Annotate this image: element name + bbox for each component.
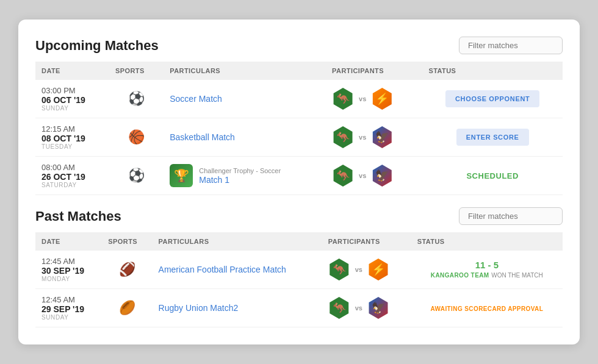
winner-label: KANGAROO TEAM WON THE MATCH bbox=[417, 270, 557, 279]
participants-col: 🦘 vs 🦅 bbox=[326, 157, 422, 195]
sport-cell: ⚽ bbox=[109, 157, 164, 195]
match-time: 12:45 AM bbox=[41, 295, 96, 304]
participants-cell: 🦘 vs ⚡ bbox=[332, 88, 416, 110]
col-participants-past: PARTICIPANTS bbox=[322, 232, 411, 251]
match-date: 29 SEP '19 bbox=[41, 304, 96, 314]
status-cell: SCHEDULED bbox=[422, 157, 563, 195]
participants-col: 🦘 vs ⚡ bbox=[322, 251, 411, 289]
table-row: 12:45 AM 30 SEP '19 MONDAY 🏈 American Fo… bbox=[35, 251, 563, 289]
particular-cell: Soccer Match bbox=[164, 80, 326, 118]
col-particulars-upcoming: PARTICULARS bbox=[164, 62, 326, 80]
match-day: SATURDAY bbox=[41, 182, 103, 188]
particular-cell: 🏆 Challenger Trophy - Soccer Match 1 bbox=[164, 157, 326, 195]
date-cell: 12:15 AM 08 OCT '19 TUESDAY bbox=[35, 118, 109, 157]
particular-sub: Challenger Trophy - Soccer bbox=[199, 167, 281, 174]
match-time: 08:00 AM bbox=[41, 163, 103, 172]
table-row: 12:15 AM 08 OCT '19 TUESDAY 🏀 Basketball… bbox=[35, 118, 563, 157]
team1-hex: 🦘 bbox=[328, 297, 350, 319]
match-day: SUNDAY bbox=[41, 314, 96, 321]
col-date-past: DATE bbox=[35, 232, 102, 251]
match-day: SUNDAY bbox=[41, 105, 103, 112]
team1-hex: 🦘 bbox=[332, 165, 354, 187]
participants-cell: 🦘 vs ⚡ bbox=[328, 259, 405, 280]
vs-text: vs bbox=[355, 266, 362, 273]
date-cell: 03:00 PM 06 OCT '19 SUNDAY bbox=[35, 80, 109, 118]
participants-cell: 🦘 vs 🦅 bbox=[332, 126, 416, 148]
match-date: 26 OCT '19 bbox=[41, 172, 103, 182]
sport-cell: 🏉 bbox=[102, 289, 152, 327]
match-day: MONDAY bbox=[41, 276, 96, 282]
sport-icon-basketball: 🏀 bbox=[115, 129, 157, 145]
col-participants-upcoming: PARTICIPANTS bbox=[326, 62, 422, 80]
sport-icon-rugby: 🏉 bbox=[108, 300, 146, 316]
status-cell: 11 - 5 KANGAROO TEAM WON THE MATCH bbox=[411, 251, 563, 289]
sport-cell: 🏀 bbox=[109, 118, 164, 157]
participants-col: 🦘 vs 🦅 bbox=[326, 118, 422, 157]
past-section-header: Past Matches bbox=[35, 207, 563, 225]
col-status-upcoming: STATUS bbox=[422, 62, 563, 80]
particular-link[interactable]: Soccer Match bbox=[170, 94, 222, 104]
col-status-past: STATUS bbox=[411, 232, 563, 251]
match-day: TUESDAY bbox=[41, 143, 103, 150]
team2-hex: 🦅 bbox=[371, 126, 393, 148]
particular-info: Challenger Trophy - Soccer Match 1 bbox=[199, 167, 281, 185]
past-header-row: DATE SPORTS PARTICULARS PARTICIPANTS STA… bbox=[35, 232, 563, 251]
particular-cell: Basketball Match bbox=[164, 118, 326, 157]
col-sports-upcoming: SPORTS bbox=[109, 62, 164, 80]
status-cell: ENTER SCORE bbox=[422, 118, 563, 157]
col-particulars-past: PARTICULARS bbox=[153, 232, 322, 251]
vs-text: vs bbox=[359, 172, 366, 179]
table-row: 12:45 AM 29 SEP '19 SUNDAY 🏉 Rugby Union… bbox=[35, 289, 563, 327]
team2-hex: ⚡ bbox=[371, 88, 393, 110]
col-date-upcoming: DATE bbox=[35, 62, 109, 80]
score-value: 11 - 5 bbox=[417, 260, 557, 270]
match-date: 06 OCT '19 bbox=[41, 95, 103, 105]
col-sports-past: SPORTS bbox=[102, 232, 152, 251]
match-time: 12:45 AM bbox=[41, 257, 96, 266]
date-cell: 12:45 AM 29 SEP '19 SUNDAY bbox=[35, 289, 102, 327]
upcoming-header-row: DATE SPORTS PARTICULARS PARTICIPANTS STA… bbox=[35, 62, 563, 80]
table-row: 08:00 AM 26 OCT '19 SATURDAY ⚽ 🏆 Challen… bbox=[35, 157, 563, 195]
participants-col: 🦘 vs ⚡ bbox=[326, 80, 422, 118]
particular-with-badge: 🏆 Challenger Trophy - Soccer Match 1 bbox=[170, 164, 320, 187]
upcoming-filter-input[interactable] bbox=[459, 37, 563, 54]
vs-text: vs bbox=[359, 134, 366, 141]
status-cell: AWAITING SCORECARD APPROVAL bbox=[411, 289, 563, 327]
enter-score-button[interactable]: ENTER SCORE bbox=[456, 129, 529, 146]
particular-cell: American Football Practice Match bbox=[153, 251, 322, 289]
match-time: 03:00 PM bbox=[41, 86, 103, 95]
choose-opponent-button[interactable]: CHOOSE OPPONENT bbox=[445, 90, 539, 107]
match-date: 08 OCT '19 bbox=[41, 134, 103, 143]
past-filter-input[interactable] bbox=[459, 207, 563, 225]
team1-hex: 🦘 bbox=[332, 88, 354, 110]
particular-link[interactable]: Rugby Union Match2 bbox=[159, 303, 239, 313]
participants-col: 🦘 vs 🦅 bbox=[322, 289, 411, 327]
upcoming-section-header: Upcoming Matches bbox=[35, 37, 563, 54]
main-card: Upcoming Matches DATE SPORTS PARTICULARS… bbox=[18, 20, 580, 344]
participants-cell: 🦘 vs 🦅 bbox=[328, 297, 405, 319]
awaiting-status: AWAITING SCORECARD APPROVAL bbox=[430, 305, 543, 312]
team2-hex: 🦅 bbox=[367, 297, 389, 319]
vs-text: vs bbox=[359, 95, 366, 102]
score-status: 11 - 5 KANGAROO TEAM WON THE MATCH bbox=[417, 260, 557, 279]
particular-link[interactable]: Basketball Match bbox=[170, 132, 235, 142]
upcoming-title: Upcoming Matches bbox=[35, 38, 159, 54]
sport-icon-american-football: 🏈 bbox=[108, 262, 146, 277]
sport-cell: ⚽ bbox=[109, 80, 164, 118]
sport-cell: 🏈 bbox=[102, 251, 152, 289]
trophy-badge: 🏆 bbox=[170, 164, 193, 187]
particular-link[interactable]: American Football Practice Match bbox=[159, 265, 286, 274]
scheduled-status: SCHEDULED bbox=[466, 171, 519, 180]
particular-link[interactable]: Match 1 bbox=[199, 175, 229, 185]
participants-cell: 🦘 vs 🦅 bbox=[332, 165, 416, 187]
team2-hex: ⚡ bbox=[367, 259, 389, 280]
match-date: 30 SEP '19 bbox=[41, 266, 96, 276]
past-title: Past Matches bbox=[35, 209, 121, 224]
past-table: DATE SPORTS PARTICULARS PARTICIPANTS STA… bbox=[35, 232, 563, 327]
team1-hex: 🦘 bbox=[328, 259, 350, 280]
date-cell: 08:00 AM 26 OCT '19 SATURDAY bbox=[35, 157, 109, 195]
date-cell: 12:45 AM 30 SEP '19 MONDAY bbox=[35, 251, 102, 289]
sport-icon-soccer: ⚽ bbox=[115, 168, 157, 184]
sport-icon-soccer: ⚽ bbox=[115, 91, 157, 107]
upcoming-table: DATE SPORTS PARTICULARS PARTICIPANTS STA… bbox=[35, 62, 563, 195]
